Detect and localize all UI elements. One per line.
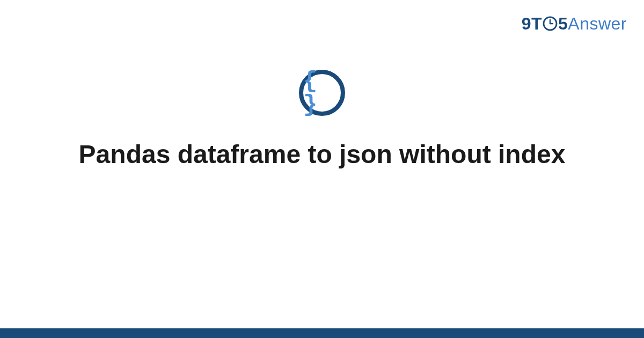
clock-icon [543, 16, 558, 31]
braces-icon: { } [303, 69, 341, 116]
logo-t: T [531, 14, 542, 33]
logo-answer: Answer [568, 14, 627, 33]
logo-five: 5 [558, 14, 568, 33]
site-logo: 9T5Answer [522, 14, 627, 34]
category-icon-circle: { } [299, 70, 345, 116]
bottom-accent-bar [0, 328, 644, 338]
logo-nine: 9 [522, 14, 531, 33]
main-content: { } Pandas dataframe to json without ind… [0, 70, 644, 171]
page-title: Pandas dataframe to json without index [79, 138, 566, 171]
